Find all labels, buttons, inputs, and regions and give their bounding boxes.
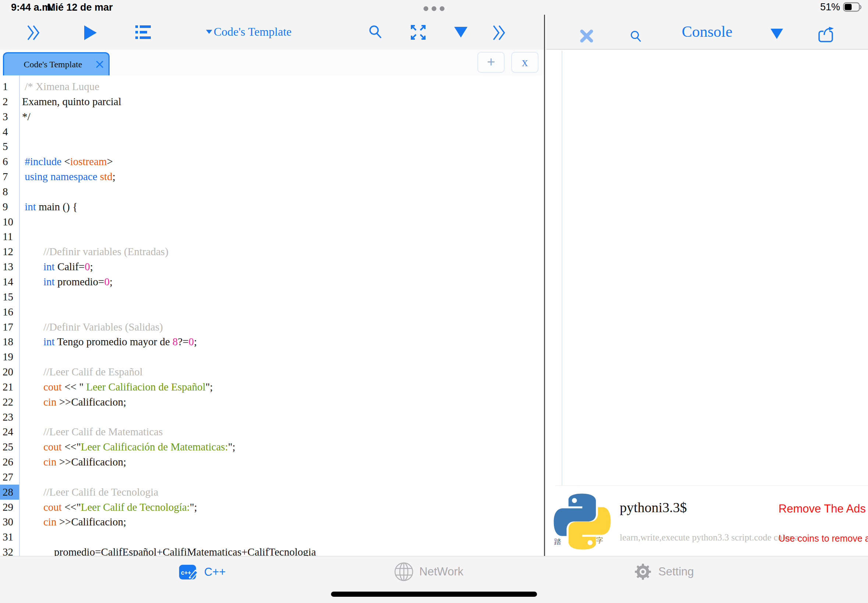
line-number: 20 [0,364,19,379]
code-text: //Leer Califi de Tecnologia [19,485,158,500]
code-line[interactable]: 30 cin >>Calificacion; [0,514,544,529]
run-play-icon[interactable] [84,25,97,41]
bottom-toolbar: c++ C++ NetWork [0,556,868,603]
line-number: 10 [0,214,19,229]
console-panel: Console 踏 字 pythoni3.3$ Remove The Ads l… [546,15,868,556]
bottom-tab-cpp[interactable]: c++ C++ [178,561,226,583]
line-number: 7 [0,169,19,184]
code-line[interactable]: 24 //Leer Calif de Matematicas [0,424,544,439]
code-line[interactable]: 6 #include <iostream> [0,154,544,169]
code-text: int promedio=0; [19,274,113,289]
code-text [19,529,22,544]
outline-list-icon[interactable] [135,25,151,40]
line-number: 30 [0,514,19,529]
code-text: cin >>Calificacion; [19,455,126,470]
code-line[interactable]: 31 [0,529,544,544]
editor-toolbar: Code's Template [0,15,544,49]
line-number: 16 [0,305,19,320]
python-logo-icon: 踏 字 [554,493,611,550]
battery-icon [843,2,862,12]
code-line[interactable]: 15 [0,289,544,305]
line-number: 21 [0,379,19,394]
multitask-dots-icon[interactable] [424,6,445,11]
code-line[interactable]: 4 [0,124,544,139]
code-line[interactable]: 21 cout << " Leer Califiacion de Español… [0,379,544,394]
bottom-tab-setting[interactable]: Setting [633,561,694,582]
code-line[interactable]: 26 cin >>Calificacion; [0,455,544,470]
code-editor[interactable]: 1 /* Ximena Luque2Examen, quinto parcial… [0,76,544,556]
code-line[interactable]: 13 int Calif=0; [0,259,544,274]
code-line[interactable]: 29 cout <<"Leer Calif de Tecnología:"; [0,500,544,515]
code-line[interactable]: 16 [0,305,544,320]
line-number: 11 [0,229,19,244]
tab-close-icon[interactable] [95,60,104,69]
line-number: 12 [0,244,19,259]
add-tab-button[interactable]: + [477,52,504,73]
line-number: 31 [0,529,19,544]
ad-banner[interactable]: 踏 字 pythoni3.3$ Remove The Ads learn,wri… [546,486,868,556]
search-icon[interactable] [368,25,382,39]
line-number: 25 [0,439,19,455]
line-number: 8 [0,184,19,199]
code-line[interactable]: 20 //Leer Calif de Español [0,364,544,379]
sidebar-chevrons-icon[interactable] [26,25,40,41]
code-text: int main () { [19,199,77,214]
close-tabs-button[interactable]: x [511,52,538,73]
line-number: 26 [0,455,19,470]
code-line[interactable]: 12 //Definir variables (Entradas) [0,244,544,259]
tab-bar: Code's Template + x [0,49,544,76]
code-text: int Tengo promedio mayor de 8?=0; [19,334,197,349]
code-line[interactable]: 11 [0,229,544,244]
file-title-dropdown[interactable]: Code's Template [206,25,292,39]
network-label: NetWork [419,565,463,578]
console-header: Console [546,15,868,49]
status-date: Mié 12 de mar [47,2,113,13]
cpp-app-icon: c++ [178,561,199,583]
code-line[interactable]: 28 //Leer Califi de Tecnologia [0,485,544,500]
code-line[interactable]: 9 int main () { [0,199,544,214]
code-line[interactable]: 5 [0,139,544,154]
code-line[interactable]: 7 using namespace std; [0,169,544,184]
code-text [19,410,22,425]
battery-indicator: 51% [820,2,862,13]
use-coins-link[interactable]: Use coins to remove ads [778,533,868,544]
code-line[interactable]: 19 [0,349,544,364]
code-text [19,470,22,485]
fullscreen-expand-icon[interactable] [410,25,426,40]
code-line[interactable]: 32 promedio=CalifEspañol+CalifiMatematic… [0,544,544,556]
code-text: /* Ximena Luque [19,79,99,94]
code-text: int Calif=0; [19,259,93,274]
code-line[interactable]: 22 cin >>Calificacion; [0,394,544,410]
code-text: promedio=CalifEspañol+CalifiMatematicas+… [19,544,316,556]
svg-text:c++: c++ [181,569,191,576]
code-line[interactable]: 25 cout <<"Leer Calificación de Matemati… [0,439,544,455]
code-line[interactable]: 27 [0,470,544,485]
line-number: 24 [0,424,19,439]
home-indicator[interactable] [331,592,537,597]
code-line[interactable]: 8 [0,184,544,199]
editor-panel: Code's Template Code's Template + x 1 /*… [0,15,545,556]
code-text [19,349,22,364]
network-globe-icon [393,561,414,582]
hide-panel-chevrons-icon[interactable] [492,25,506,41]
code-line[interactable]: 3*/ [0,109,544,124]
console-triangle-down-icon[interactable] [771,29,783,39]
code-line[interactable]: 23 [0,410,544,425]
code-line[interactable]: 1 /* Ximena Luque [0,79,544,94]
tab-codes-template[interactable]: Code's Template [3,52,110,76]
code-line[interactable]: 17 //Definir Variables (Salidas) [0,320,544,335]
share-export-icon[interactable] [818,27,834,43]
remove-ads-link[interactable]: Remove The Ads [778,502,866,515]
line-number: 3 [0,109,19,124]
line-number: 29 [0,500,19,515]
code-line[interactable]: 2Examen, quinto parcial [0,94,544,109]
code-line[interactable]: 14 int promedio=0; [0,274,544,289]
line-number: 15 [0,289,19,305]
code-text [19,305,22,320]
code-text: using namespace std; [19,169,116,184]
code-text [19,124,22,139]
code-line[interactable]: 10 [0,214,544,229]
bottom-tab-network[interactable]: NetWork [393,561,463,582]
code-line[interactable]: 18 int Tengo promedio mayor de 8?=0; [0,334,544,349]
panel-triangle-down-icon[interactable] [454,27,467,37]
